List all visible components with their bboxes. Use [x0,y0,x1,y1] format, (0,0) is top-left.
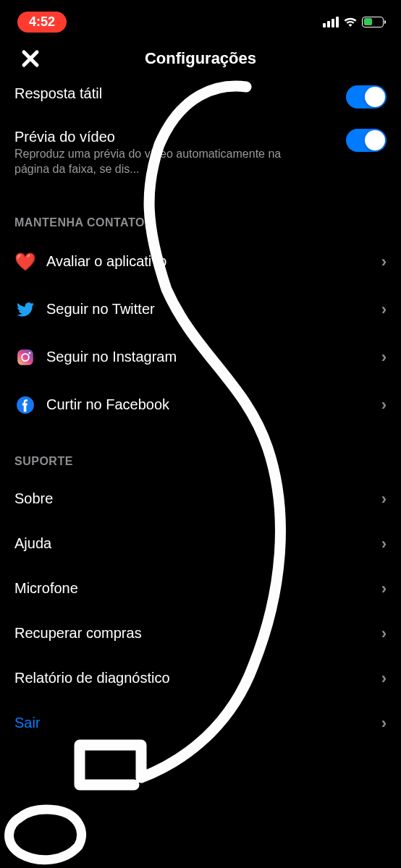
chevron-right-icon: › [381,714,387,733]
list-label: Ajuda [14,535,381,552]
list-label: Seguir no Instagram [46,349,381,365]
section-header-support: SUPORTE [0,429,401,477]
chevron-right-icon: › [381,624,387,643]
setting-subtitle: Reproduz uma prévia do vídeo automaticam… [14,147,290,177]
chevron-right-icon: › [381,579,387,598]
twitter-icon [14,299,36,320]
list-item-about[interactable]: Sobre › [0,477,401,522]
list-label: Avaliar o aplicativo [46,253,381,270]
list-label: Sobre [14,490,381,507]
list-item-facebook[interactable]: Curtir no Facebook › [0,381,401,429]
list-label: Seguir no Twitter [46,301,381,318]
list-item-diagnostic-report[interactable]: Relatório de diagnóstico › [0,656,401,701]
list-label: Microfone [14,580,381,597]
list-item-microphone[interactable]: Microfone › [0,566,401,611]
list-item-rate[interactable]: ❤️ Avaliar o aplicativo › [0,238,401,286]
chevron-right-icon: › [381,535,387,553]
close-button[interactable] [20,48,41,69]
facebook-icon [14,394,36,416]
list-item-logout[interactable]: Sair › [0,701,401,746]
page-title: Configurações [145,49,256,68]
cellular-signal-icon [323,17,339,27]
list-label: Recuperar compras [14,625,381,642]
wifi-icon [343,17,358,27]
chevron-right-icon: › [381,490,387,509]
chevron-right-icon: › [381,300,387,319]
chevron-right-icon: › [381,396,387,414]
svg-point-2 [29,352,31,354]
close-icon [20,48,41,69]
chevron-right-icon: › [381,348,387,367]
section-header-contact: MANTENHA CONTATO [0,190,401,238]
toggle-haptic[interactable] [346,85,387,109]
setting-title: Prévia do vídeo [14,129,346,145]
battery-icon [362,17,384,27]
content: Resposta tátil Prévia do vídeo Reproduz … [0,78,401,746]
list-item-instagram[interactable]: Seguir no Instagram › [0,333,401,381]
list-label: Curtir no Facebook [46,396,381,413]
list-label: Sair [14,715,381,731]
status-indicators [323,17,384,27]
chevron-right-icon: › [381,669,387,688]
chevron-right-icon: › [381,252,387,271]
setting-row-video-preview: Prévia do vídeo Reproduz uma prévia do v… [0,122,401,190]
toggle-video-preview[interactable] [346,129,387,152]
list-item-restore-purchases[interactable]: Recuperar compras › [0,611,401,656]
status-time: 4:52 [17,12,67,33]
instagram-icon [14,346,36,368]
header: Configurações [0,39,401,78]
setting-row-haptic: Resposta tátil [0,78,401,122]
list-label: Relatório de diagnóstico [14,670,381,686]
list-item-twitter[interactable]: Seguir no Twitter › [0,286,401,333]
list-item-help[interactable]: Ajuda › [0,522,401,566]
setting-title: Resposta tátil [14,85,346,102]
svg-rect-0 [17,349,33,365]
status-bar: 4:52 [0,0,401,39]
heart-icon: ❤️ [14,251,36,273]
